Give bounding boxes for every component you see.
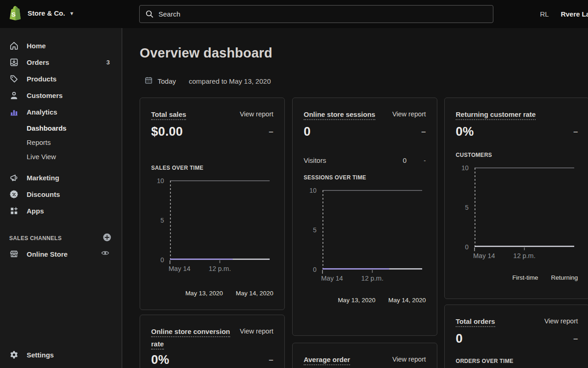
sidebar-item-customers[interactable]: Customers — [0, 87, 122, 104]
analytics-subnav: Dashboards Reports Live View — [0, 121, 122, 164]
card-title-total-sales[interactable]: Total sales — [151, 110, 186, 120]
legend-item: May 14, 2020 — [236, 290, 273, 297]
sidebar-item-marketing[interactable]: Marketing — [0, 169, 122, 186]
store-name: Store & Co. — [28, 9, 65, 17]
global-search[interactable] — [139, 5, 493, 23]
view-report-link[interactable]: View report — [544, 315, 578, 328]
svg-text:0: 0 — [465, 243, 469, 251]
sessions-over-time-chart: 1050May 1412 p.m.May 13, 2020May 14, 202… — [304, 186, 426, 304]
sales-channels-label: SALES CHANNELS — [9, 235, 62, 242]
eye-icon[interactable] — [101, 248, 110, 259]
card-title-returning[interactable]: Returning customer rate — [456, 110, 536, 120]
sidebar-label: Home — [27, 42, 46, 50]
sidebar-item-dashboards[interactable]: Dashboards — [0, 121, 122, 135]
svg-text:May 14: May 14 — [473, 252, 495, 259]
total-orders-value: 0 — [456, 332, 463, 346]
add-channel-button[interactable] — [102, 233, 112, 244]
legend-item: May 13, 2020 — [338, 297, 375, 304]
svg-text:10: 10 — [461, 164, 469, 172]
legend-item: May 13, 2020 — [185, 290, 223, 297]
sales-channels-header: SALES CHANNELS — [0, 231, 122, 246]
sidebar-item-orders[interactable]: Orders 3 — [0, 54, 122, 70]
sessions-value: 0 — [304, 125, 311, 139]
svg-text:10: 10 — [157, 177, 164, 184]
svg-text:0: 0 — [160, 256, 164, 264]
tag-icon — [9, 74, 19, 84]
chart-section-label: SESSIONS OVER TIME — [304, 174, 426, 181]
svg-text:12 p.m.: 12 p.m. — [209, 265, 231, 272]
sidebar-label: Apps — [27, 207, 44, 215]
sidebar-item-online-store[interactable]: Online Store — [0, 246, 122, 262]
view-report-link[interactable]: View report — [240, 108, 273, 121]
customers-icon — [9, 91, 19, 100]
sidebar-nav: Home Orders 3 Products — [0, 28, 122, 368]
sidebar-label: Analytics — [27, 108, 57, 116]
svg-text:10: 10 — [309, 187, 317, 194]
main-content: Overview dashboard Today compared to May… — [123, 28, 588, 368]
sidebar-item-reports[interactable]: Reports — [0, 135, 122, 150]
visitors-label: Visitors — [304, 156, 326, 164]
card-title-conversion[interactable]: Online store conversion rate — [151, 328, 230, 350]
sidebar-item-apps[interactable]: Apps — [0, 202, 122, 219]
sidebar-label: Marketing — [27, 174, 59, 182]
sidebar-item-analytics[interactable]: Analytics — [0, 104, 122, 120]
store-switcher[interactable]: S Store & Co. ▼ — [8, 6, 74, 21]
visitors-row: Visitors 0 - — [304, 156, 426, 164]
svg-text:12 p.m.: 12 p.m. — [361, 275, 383, 282]
compare-date-text: compared to May 13, 2020 — [189, 77, 271, 85]
megaphone-icon — [9, 173, 19, 183]
card-online-store-sessions: Online store sessions View report 0 – Vi… — [292, 98, 437, 336]
delta-indicator: – — [573, 334, 578, 344]
sidebar-label: Discounts — [27, 190, 60, 198]
shopify-logo-icon: S — [8, 6, 22, 21]
svg-text:May 14: May 14 — [321, 275, 343, 282]
orders-icon — [9, 58, 19, 67]
card-title-average-order[interactable]: Average order — [304, 356, 350, 365]
sidebar-label: Customers — [27, 92, 62, 99]
delta-indicator: – — [573, 127, 578, 137]
delta-indicator: - — [419, 157, 426, 164]
svg-text:5: 5 — [160, 217, 164, 224]
svg-text:12 p.m.: 12 p.m. — [513, 252, 535, 259]
delta-indicator: – — [421, 127, 426, 137]
sidebar-item-home[interactable]: Home — [0, 37, 122, 54]
sidebar-item-settings[interactable]: Settings — [0, 346, 122, 363]
sales-over-time-chart: 1050May 1412 p.m.May 13, 2020May 14, 202… — [151, 177, 273, 297]
sidebar-label: Products — [27, 75, 57, 83]
sidebar-label: Orders — [27, 58, 49, 66]
search-input[interactable] — [158, 10, 487, 18]
svg-text:0: 0 — [313, 266, 317, 273]
date-filter-button[interactable]: Today — [158, 77, 176, 85]
calendar-icon — [144, 76, 153, 86]
delta-indicator: – — [269, 355, 273, 365]
delta-indicator: – — [269, 127, 273, 137]
view-report-link[interactable]: View report — [240, 325, 273, 338]
sidebar-item-discounts[interactable]: Discounts — [0, 186, 122, 202]
chart-legend: First-timeReturning — [456, 274, 578, 281]
svg-text:May 14: May 14 — [169, 265, 191, 272]
chart-section-label: CUSTOMERS — [456, 152, 578, 158]
view-report-link[interactable]: View report — [392, 353, 426, 366]
card-total-sales: Total sales View report $0.00 – SALES OV… — [140, 98, 285, 310]
sidebar-item-live-view[interactable]: Live View — [0, 150, 122, 164]
conversion-value: 0% — [151, 353, 170, 367]
svg-text:5: 5 — [313, 226, 317, 234]
apps-icon — [9, 206, 19, 216]
avatar-initials[interactable]: RL — [540, 10, 548, 18]
sidebar-item-products[interactable]: Products — [0, 70, 122, 87]
user-name[interactable]: Rvere La — [561, 10, 588, 18]
legend-item: May 14, 2020 — [388, 297, 426, 304]
storefront-icon — [9, 249, 19, 259]
sidebar-label: Settings — [27, 351, 54, 359]
chart-legend: May 13, 2020May 14, 2020 — [304, 297, 426, 304]
card-title-sessions[interactable]: Online store sessions — [304, 110, 375, 120]
returning-rate-value: 0% — [456, 125, 474, 139]
chart-section-label: ORDERS OVER TIME — [456, 358, 578, 364]
chevron-down-icon: ▼ — [69, 11, 74, 16]
orders-count-badge: 3 — [106, 59, 110, 66]
chart-legend: May 13, 2020May 14, 2020 — [151, 290, 273, 297]
card-title-total-orders[interactable]: Total orders — [456, 317, 495, 327]
view-report-link[interactable]: View report — [392, 108, 426, 121]
card-returning-customer-rate: Returning customer rate 0% – CUSTOMERS 1… — [444, 98, 588, 299]
chart-section-label: SALES OVER TIME — [151, 165, 273, 171]
